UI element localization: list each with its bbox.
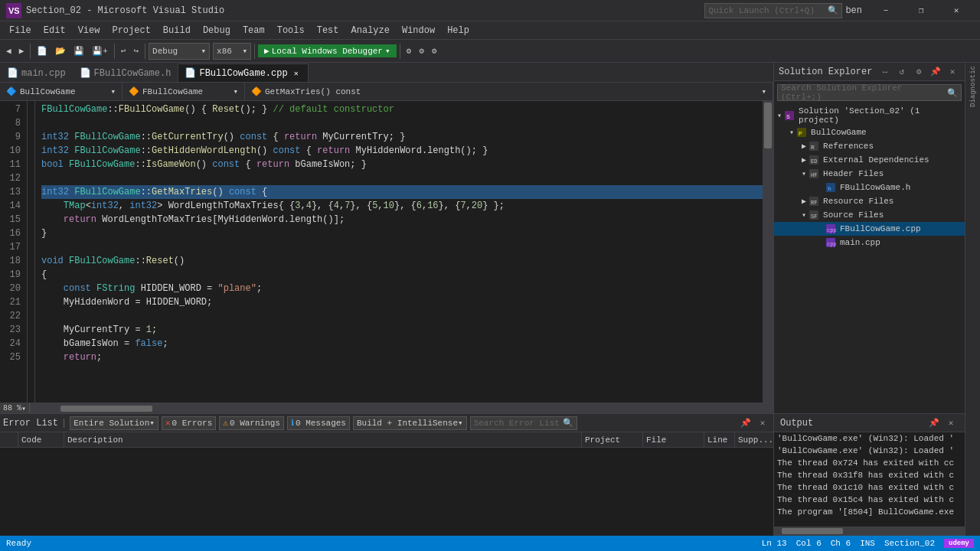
status-ch[interactable]: Ch 6 <box>831 539 851 548</box>
method1-dropdown[interactable]: 🔶 FBullCowGame ▾ <box>122 83 245 101</box>
se-props-btn[interactable]: ⚙ <box>911 64 926 80</box>
toolbar-new[interactable]: 📄 <box>34 43 51 60</box>
menu-team[interactable]: Team <box>237 24 271 37</box>
filter-dropdown[interactable]: Entire Solution▾ <box>70 416 158 430</box>
se-close-btn[interactable]: ✕ <box>945 64 960 80</box>
tab-main-cpp[interactable]: 📄 main.cpp <box>0 64 73 82</box>
build-filter-dropdown[interactable]: Build + IntelliSense▾ <box>353 416 467 430</box>
tab-close-icon[interactable]: ✕ <box>291 68 302 79</box>
col-description[interactable]: Description <box>64 432 582 447</box>
se-pin-btn[interactable]: 📌 <box>928 64 943 80</box>
toolbar-open[interactable]: 📂 <box>52 43 69 60</box>
code-content[interactable]: FBullCowGame::FBullCowGame() { Reset(); … <box>35 101 763 403</box>
se-tree: ▾ S Solution 'Section_02' (1 project) ▾ … <box>774 104 965 413</box>
tab-fbullcowgame-cpp[interactable]: 📄 FBullCowGame.cpp ✕ <box>178 64 308 82</box>
menu-edit[interactable]: Edit <box>38 24 72 37</box>
output-line-4: The thread 0x1c10 has exited with c <box>777 483 962 495</box>
menu-debug[interactable]: Debug <box>197 24 237 37</box>
error-search-box[interactable]: Search Error List 🔍 <box>470 416 577 430</box>
menu-file[interactable]: File <box>3 24 38 37</box>
tree-project[interactable]: ▾ P BullCowGame <box>774 126 965 139</box>
warnings-btn[interactable]: ⚠ 0 Warnings <box>219 416 284 430</box>
diag-btn-1[interactable]: Diagnostic <box>969 66 977 107</box>
error-pin-btn[interactable]: 📌 <box>738 416 753 431</box>
tree-references-label: References <box>823 142 874 151</box>
menu-tools[interactable]: Tools <box>271 24 311 37</box>
toolbar-extra2[interactable]: ⚙ <box>416 43 427 60</box>
tree-fbullcowgame-cpp[interactable]: cpp FBullCowGame.cpp <box>774 222 965 236</box>
menu-analyze[interactable]: Analyze <box>345 24 396 37</box>
tree-solution-label: Solution 'Section_02' (1 project) <box>799 106 962 125</box>
output-horizontal-scroll[interactable] <box>774 527 965 536</box>
errors-btn[interactable]: ✕ 0 Errors <box>162 416 216 430</box>
tree-ext-deps[interactable]: ▶ ED External Dependencies <box>774 153 965 167</box>
code-line-10: int32 FBullCowGame::GetHiddenWordLength(… <box>41 144 763 158</box>
tab-fbullcowgame-h[interactable]: 📄 FBullCowGame.h <box>73 64 178 82</box>
menu-window[interactable]: Window <box>396 24 441 37</box>
toolbar-redo[interactable]: ↪ <box>130 43 142 60</box>
svg-text:R: R <box>811 144 815 151</box>
status-col[interactable]: Col 6 <box>796 539 822 548</box>
tree-solution[interactable]: ▾ S Solution 'Section_02' (1 project) <box>774 106 965 126</box>
menu-test[interactable]: Test <box>311 24 345 37</box>
restore-button[interactable]: ❐ <box>903 0 939 21</box>
debug-mode-dropdown[interactable]: Debug ▾ <box>149 43 210 60</box>
error-table-header: Code Description Project File Line Supp.… <box>0 432 773 448</box>
status-ins[interactable]: INS <box>860 539 875 548</box>
toolbar-back[interactable]: ◀ <box>3 43 15 60</box>
close-button[interactable]: ✕ <box>939 0 974 21</box>
method2-dropdown[interactable]: 🔶 GetMaxTries() const ▾ <box>245 83 773 101</box>
toolbar-forward[interactable]: ▶ <box>16 43 28 60</box>
toolbar-undo[interactable]: ↩ <box>118 43 129 60</box>
se-search-icon: 🔍 <box>947 88 958 98</box>
col-code[interactable]: Code <box>18 432 64 447</box>
output-panel: Output 📌 ✕ 'BullCowGame.exe' (Win32): Lo… <box>774 413 965 536</box>
se-refresh-btn[interactable]: ↺ <box>894 64 910 80</box>
toolbar-save-all[interactable]: 💾+ <box>89 43 111 60</box>
horizontal-scrollbar[interactable] <box>30 403 773 414</box>
menu-build[interactable]: Build <box>157 24 197 37</box>
output-scroll-thumb[interactable] <box>782 528 843 534</box>
status-ln[interactable]: Ln 13 <box>762 539 787 548</box>
code-editor[interactable]: 7 8 9 10 11 12 13 14 15 16 17 18 19 20 2… <box>0 101 773 403</box>
toolbar-extra1[interactable]: ⚙ <box>403 43 415 60</box>
tree-resource-files[interactable]: ▶ RF Resource Files <box>774 194 965 208</box>
horizontal-scroll-thumb[interactable] <box>60 406 152 412</box>
line-numbers: 7 8 9 10 11 12 13 14 15 16 17 18 19 20 2… <box>0 101 28 403</box>
code-line-18: void FBullCowGame::Reset() <box>41 254 763 268</box>
zoom-selector[interactable]: 88 % ▾ <box>0 403 30 414</box>
messages-btn[interactable]: ℹ 0 Messages <box>287 416 350 430</box>
error-list-title[interactable]: Error List <box>3 418 58 429</box>
tree-references[interactable]: ▶ R References <box>774 139 965 153</box>
menu-help[interactable]: Help <box>441 24 475 37</box>
code-line-13: int32 FBullCowGame::GetMaxTries() const … <box>41 185 763 199</box>
tree-fbullcowgame-h[interactable]: h FBullCowGame.h <box>774 181 965 194</box>
col-file[interactable]: File <box>643 432 704 447</box>
tree-source-files[interactable]: ▾ SF Source Files <box>774 208 965 222</box>
tree-header-files[interactable]: ▾ HF Header Files <box>774 167 965 181</box>
menu-view[interactable]: View <box>72 24 106 37</box>
col-project[interactable]: Project <box>582 432 643 447</box>
tree-main-cpp[interactable]: cpp main.cpp <box>774 236 965 249</box>
toolbar-save[interactable]: 💾 <box>70 43 87 60</box>
diagnostic-strip: Diagnostic <box>965 63 980 536</box>
output-pin-btn[interactable]: 📌 <box>926 416 942 431</box>
code-line-12 <box>41 171 763 185</box>
platform-dropdown[interactable]: x86 ▾ <box>213 43 251 60</box>
run-button[interactable]: ▶ Local Windows Debugger ▾ <box>258 44 396 57</box>
quick-launch-input[interactable]: Quick Launch (Ctrl+Q) 🔍 <box>704 3 842 18</box>
vertical-scroll-thumb[interactable] <box>764 103 772 148</box>
class-dropdown[interactable]: 🔷 BullCowGame ▾ <box>0 83 122 101</box>
se-search-box[interactable]: Search Solution Explorer (Ctrl+;) 🔍 <box>777 84 962 101</box>
minimize-button[interactable]: − <box>868 0 903 21</box>
output-title[interactable]: Output <box>780 418 813 429</box>
error-close-btn[interactable]: ✕ <box>755 416 770 431</box>
output-close-btn[interactable]: ✕ <box>943 416 959 431</box>
vertical-scrollbar[interactable] <box>763 101 773 403</box>
col-supp[interactable]: Supp... <box>735 432 773 447</box>
menu-project[interactable]: Project <box>106 24 156 37</box>
se-sync-btn[interactable]: ↔ <box>877 64 893 80</box>
bottom-panels: Error List | Entire Solution▾ ✕ 0 Errors… <box>0 413 773 536</box>
col-line[interactable]: Line <box>704 432 735 447</box>
toolbar-extra3[interactable]: ⚙ <box>429 43 440 60</box>
